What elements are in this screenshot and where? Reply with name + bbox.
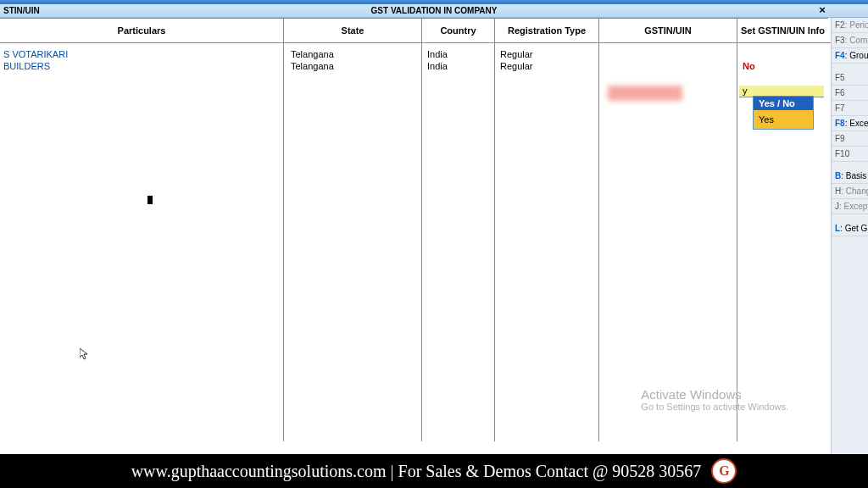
table-header-row: Particulars State Country Registration T…	[0, 18, 831, 43]
fkey-desc: : Excepti	[839, 202, 868, 211]
cell-setinfo	[737, 48, 828, 60]
cell-regtype: Regular	[495, 60, 599, 72]
col-header-particulars: Particulars	[0, 18, 284, 42]
fkey-desc: : Excep	[845, 119, 868, 128]
fkey-label: F6	[835, 88, 845, 97]
cell-state: Telangana	[284, 60, 422, 72]
fkey-label: F4	[835, 51, 845, 60]
dropdown-title: Yes / No	[754, 97, 813, 110]
col-header-setinfo: Set GSTIN/UIN Info	[737, 18, 828, 42]
fkey-desc: : Basis o	[841, 171, 868, 180]
footer-logo-icon: G	[711, 458, 737, 484]
fkey-desc: : Perio	[845, 20, 868, 30]
sidebar-item-l[interactable]: L: Get GS	[832, 221, 868, 236]
cell-particulars: BUILDERS	[0, 60, 284, 72]
cell-country: India	[422, 60, 495, 72]
sidebar-item-f9[interactable]: F9	[832, 131, 868, 147]
col-header-regtype: Registration Type	[495, 18, 599, 42]
cell-particulars: S VOTARIKARI	[0, 48, 284, 60]
fkey-label: F9	[835, 134, 845, 143]
col-header-country: Country	[422, 18, 495, 42]
yes-no-dropdown[interactable]: Yes / No Yes	[753, 96, 814, 130]
cell-regtype: Regular	[495, 48, 599, 60]
cell-setinfo: No	[737, 60, 828, 72]
col-header-state: State	[284, 18, 422, 42]
sidebar-item-f2[interactable]: F2: Perio	[832, 18, 868, 33]
col-header-gstin: GSTIN/UIN	[599, 18, 737, 42]
mouse-cursor-icon	[80, 348, 88, 363]
cell-gstin	[599, 48, 737, 60]
text-caret	[147, 196, 153, 204]
table-row[interactable]: S VOTARIKARI Telangana India Regular	[0, 48, 831, 60]
sidebar-item-f6[interactable]: F6	[832, 86, 868, 101]
page-title: GST VALIDATION IN COMPANY	[371, 6, 498, 15]
table-body: S VOTARIKARI Telangana India Regular BUI…	[0, 43, 831, 72]
sidebar-item-f10[interactable]: F10	[832, 147, 868, 162]
fkey-desc: : Get GS	[840, 224, 868, 233]
sidebar-item-j[interactable]: J: Excepti	[832, 199, 868, 214]
sidebar-item-b[interactable]: B: Basis o	[832, 169, 868, 184]
fkey-desc: : Comp	[845, 36, 868, 45]
table-row[interactable]: BUILDERS Telangana India Regular No	[0, 60, 831, 72]
title-left: STIN/UIN	[0, 6, 40, 15]
windows-activation-watermark: Activate Windows Go to Settings to activ…	[641, 387, 788, 412]
cell-country: India	[422, 48, 495, 60]
close-button[interactable]: ×	[815, 4, 829, 18]
sidebar-item-f7[interactable]: F7	[832, 101, 868, 116]
sidebar-item-f3[interactable]: F3: Comp	[832, 33, 868, 48]
footer-banner: www.gupthaaccountingsolutions.com | For …	[0, 454, 868, 488]
sidebar-item-f5[interactable]: F5	[832, 70, 868, 86]
dropdown-option-yes[interactable]: Yes	[754, 110, 813, 129]
watermark-title: Activate Windows	[641, 387, 788, 402]
sidebar-item-f8[interactable]: F8: Excep	[832, 116, 868, 131]
fkey-label: F5	[835, 73, 845, 82]
fkey-desc: : Group	[845, 51, 868, 60]
footer-text: www.gupthaaccountingsolutions.com | For …	[131, 462, 702, 481]
fkey-label: F8	[835, 119, 845, 128]
fkey-label: F3	[835, 36, 845, 45]
main-content: Particulars State Country Registration T…	[0, 18, 831, 454]
title-bar: STIN/UIN GST VALIDATION IN COMPANY ×	[0, 4, 868, 18]
watermark-sub: Go to Settings to activate Windows.	[641, 402, 788, 412]
redacted-gstin	[608, 86, 682, 101]
sidebar-item-f4[interactable]: F4: Group	[832, 48, 868, 64]
side-fkey-panel: F2: PerioF3: CompF4: GroupF5F6F7F8: Exce…	[831, 18, 868, 454]
cell-gstin	[599, 60, 737, 72]
fkey-label: F10	[835, 149, 849, 158]
fkey-label: F2	[835, 20, 845, 30]
sidebar-item-h[interactable]: H: Chang	[832, 184, 868, 199]
cell-state: Telangana	[284, 48, 422, 60]
fkey-desc: : Chang	[841, 186, 868, 196]
fkey-label: F7	[835, 103, 845, 113]
